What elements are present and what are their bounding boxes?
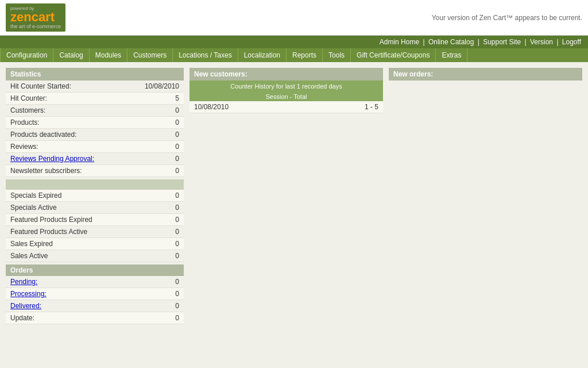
stat-specials-active: Specials Active 0 bbox=[6, 202, 184, 214]
stat-products-label: Products: bbox=[10, 118, 40, 126]
specials-divider bbox=[6, 179, 184, 190]
stat-customers-value: 0 bbox=[162, 106, 179, 114]
stat-sales-expired-label: Sales Expired bbox=[10, 240, 53, 248]
nav-localization[interactable]: Localization bbox=[238, 48, 287, 62]
version-text: Your version of Zen Cart™ appears to be … bbox=[432, 14, 582, 22]
main-nav: Configuration Catalog Modules Customers … bbox=[0, 48, 588, 62]
nav-extras[interactable]: Extras bbox=[436, 48, 467, 62]
admin-nav-version[interactable]: Version bbox=[530, 38, 553, 46]
logo-area: powered by zencart the art of e-commerce bbox=[6, 3, 65, 32]
stat-orders-update-value: 0 bbox=[162, 314, 179, 322]
stats-panel: Statistics Hit Counter Started: 10/08/20… bbox=[6, 68, 184, 324]
nav-customers[interactable]: Customers bbox=[127, 48, 173, 62]
stat-sales-expired-value: 0 bbox=[162, 240, 179, 248]
stat-reviews-value: 0 bbox=[162, 143, 179, 151]
counter-value: 1 - 5 bbox=[365, 103, 378, 111]
logo-zen: zen bbox=[10, 10, 32, 24]
stat-products-deactivated-label: Products deactivated: bbox=[10, 131, 76, 139]
stat-hit-counter-started-value: 10/08/2010 bbox=[145, 82, 179, 90]
stat-orders-pending: Pending: 0 bbox=[6, 276, 184, 288]
stat-products-value: 0 bbox=[162, 118, 179, 126]
stat-hit-counter-started-label: Hit Counter Started: bbox=[10, 82, 71, 90]
stat-specials-active-label: Specials Active bbox=[10, 204, 57, 212]
stat-featured-active-label: Featured Products Active bbox=[10, 228, 87, 236]
stat-customers: Customers: 0 bbox=[6, 105, 184, 117]
orders-panel: New orders: bbox=[389, 68, 582, 324]
counter-history-subheader: Session - Total bbox=[189, 92, 383, 101]
stat-featured-expired: Featured Products Expired 0 bbox=[6, 214, 184, 226]
stat-sales-active: Sales Active 0 bbox=[6, 250, 184, 262]
logo-cart: cart bbox=[32, 10, 55, 24]
nav-locations-taxes[interactable]: Locations / Taxes bbox=[173, 48, 238, 62]
nav-gift-certificate-coupons[interactable]: Gift Certificate/Coupons bbox=[351, 48, 436, 62]
stat-hit-counter-value: 5 bbox=[162, 94, 179, 102]
stat-specials-expired-value: 0 bbox=[162, 191, 179, 200]
stat-hit-counter-started: Hit Counter Started: 10/08/2010 bbox=[6, 80, 184, 93]
stat-customers-label: Customers: bbox=[10, 106, 45, 114]
nav-catalog[interactable]: Catalog bbox=[53, 48, 89, 62]
orders-panel-header: New orders: bbox=[389, 68, 582, 80]
stat-hit-counter: Hit Counter: 5 bbox=[6, 93, 184, 105]
nav-tools[interactable]: Tools bbox=[323, 48, 351, 62]
stat-sales-expired: Sales Expired 0 bbox=[6, 238, 184, 250]
logo-zencart: zencart bbox=[10, 11, 61, 24]
counter-row: 10/08/2010 1 - 5 bbox=[189, 101, 383, 113]
stat-reviews-pending-label[interactable]: Reviews Pending Approval: bbox=[10, 155, 94, 163]
stat-orders-delivered: Delivered: 0 bbox=[6, 300, 184, 312]
stat-newsletter-label: Newsletter subscribers: bbox=[10, 167, 82, 175]
logo-tagline: the art of e-commerce bbox=[10, 24, 61, 29]
stat-featured-active: Featured Products Active 0 bbox=[6, 226, 184, 238]
logo-box: powered by zencart the art of e-commerce bbox=[6, 3, 65, 32]
stat-products: Products: 0 bbox=[6, 117, 184, 129]
stat-sales-active-label: Sales Active bbox=[10, 252, 48, 260]
stat-specials-expired: Specials Expired 0 bbox=[6, 190, 184, 202]
header: powered by zencart the art of e-commerce… bbox=[0, 0, 588, 36]
stat-hit-counter-label: Hit Counter: bbox=[10, 94, 47, 102]
stat-featured-expired-label: Featured Products Expired bbox=[10, 216, 92, 224]
counter-history-header: Counter History for last 1 recorded days bbox=[189, 80, 383, 92]
nav-modules[interactable]: Modules bbox=[90, 48, 127, 62]
stat-specials-expired-label: Specials Expired bbox=[10, 191, 61, 200]
counter-date: 10/08/2010 bbox=[194, 103, 229, 111]
orders-divider: Orders bbox=[6, 264, 184, 276]
admin-nav-support-site[interactable]: Support Site bbox=[483, 38, 521, 46]
stat-orders-pending-label[interactable]: Pending: bbox=[10, 278, 37, 286]
stat-orders-update: Update: 0 bbox=[6, 312, 184, 324]
stat-newsletter: Newsletter subscribers: 0 bbox=[6, 165, 184, 177]
stat-orders-processing-value: 0 bbox=[162, 290, 179, 298]
customers-panel-header: New customers: bbox=[189, 68, 383, 80]
stat-newsletter-value: 0 bbox=[162, 167, 179, 175]
nav-configuration[interactable]: Configuration bbox=[0, 48, 53, 62]
stat-orders-delivered-label[interactable]: Delivered: bbox=[10, 302, 41, 310]
stat-reviews-pending: Reviews Pending Approval: 0 bbox=[6, 153, 184, 165]
stat-orders-update-label: Update: bbox=[10, 314, 34, 322]
customers-panel: New customers: Counter History for last … bbox=[189, 68, 383, 324]
stat-sales-active-value: 0 bbox=[162, 252, 179, 260]
admin-nav: Admin Home | Online Catalog | Support Si… bbox=[0, 36, 588, 48]
stat-orders-processing: Processing: 0 bbox=[6, 288, 184, 300]
content: Statistics Hit Counter Started: 10/08/20… bbox=[0, 62, 588, 330]
stat-products-deactivated: Products deactivated: 0 bbox=[6, 129, 184, 141]
stats-header: Statistics bbox=[6, 68, 184, 80]
admin-nav-logoff[interactable]: Logoff bbox=[562, 38, 581, 46]
admin-nav-admin-home[interactable]: Admin Home bbox=[380, 38, 419, 46]
stat-reviews: Reviews: 0 bbox=[6, 141, 184, 153]
nav-reports[interactable]: Reports bbox=[287, 48, 323, 62]
stat-featured-active-value: 0 bbox=[162, 228, 179, 236]
stat-featured-expired-value: 0 bbox=[162, 216, 179, 224]
stat-products-deactivated-value: 0 bbox=[162, 131, 179, 139]
stat-orders-delivered-value: 0 bbox=[162, 302, 179, 310]
stat-orders-pending-value: 0 bbox=[162, 278, 179, 286]
stat-specials-active-value: 0 bbox=[162, 204, 179, 212]
stat-reviews-pending-value: 0 bbox=[162, 155, 179, 163]
stat-reviews-label: Reviews: bbox=[10, 143, 38, 151]
admin-nav-online-catalog[interactable]: Online Catalog bbox=[428, 38, 474, 46]
stat-orders-processing-label[interactable]: Processing: bbox=[10, 290, 47, 298]
